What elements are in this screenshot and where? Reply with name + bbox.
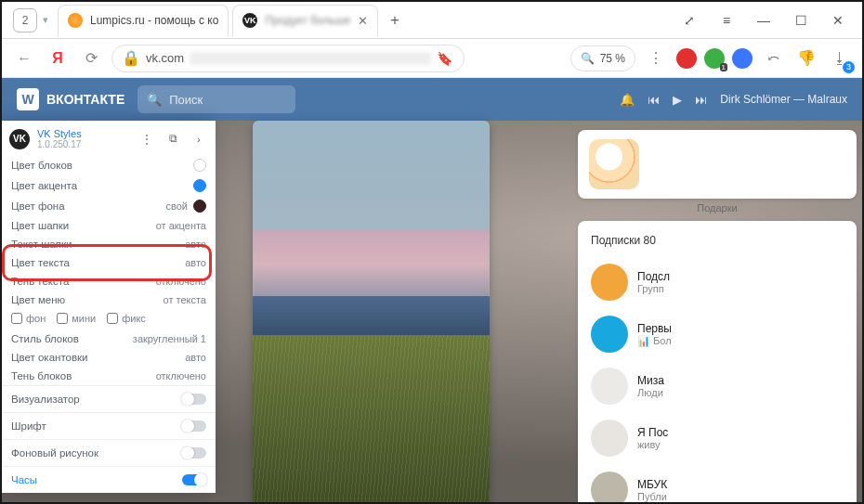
sub-subtitle: Публи	[637, 491, 667, 502]
notifications-icon[interactable]: 🔔	[620, 93, 635, 107]
setting-label: Цвет шапки	[11, 220, 69, 231]
prev-track-icon[interactable]: ⏮	[648, 93, 660, 107]
close-tab-icon[interactable]: ✕	[358, 14, 368, 28]
subscription-item[interactable]: Первы📊 Бол	[589, 308, 845, 360]
setting-row[interactable]: Цвет шапкиот акцента	[2, 216, 216, 235]
url-host: vk.com	[146, 51, 184, 65]
vk-search-input[interactable]: 🔍 Поиск	[137, 85, 295, 113]
ext-shield-icon[interactable]: 1	[704, 48, 725, 69]
browser-tab-active[interactable]: VK Продукт больше ✕	[232, 5, 378, 36]
menu-icon[interactable]: ≡	[708, 2, 745, 39]
ext-logo-icon: VK	[9, 129, 30, 149]
setting-label: Тень текста	[11, 276, 69, 287]
toggle-switch[interactable]	[182, 420, 206, 432]
subscriptions-header[interactable]: Подписки 80	[589, 230, 845, 256]
setting-row[interactable]: Тень блоковотключено	[2, 367, 216, 385]
back-icon[interactable]: ←	[11, 45, 37, 71]
kebab-icon[interactable]: ⋮	[643, 45, 669, 71]
bookmark-icon[interactable]: 🔖	[437, 51, 452, 66]
setting-value: свой	[166, 200, 188, 212]
vk-logo[interactable]: W ВКОНТАКТЕ	[17, 88, 124, 110]
setting-value: от акцента	[156, 220, 206, 231]
checkbox-row: фон мини фикс	[2, 309, 216, 330]
check-bg[interactable]: фон	[11, 313, 46, 324]
section-toggle[interactable]: Часы	[2, 466, 216, 493]
search-icon: 🔍	[147, 93, 162, 107]
favicon-icon	[68, 13, 83, 28]
section-label: Часы	[11, 474, 37, 485]
setting-row[interactable]: Цвет менюот текста	[2, 291, 216, 309]
toggle-switch[interactable]	[182, 394, 206, 405]
popup-next-icon[interactable]: ›	[190, 134, 208, 145]
window-titlebar: 2 ▾ Lumpics.ru - помощь с ко VK Продукт …	[2, 2, 862, 39]
gifts-card[interactable]	[578, 130, 857, 199]
section-label: Визуализатор	[11, 394, 80, 405]
sub-subtitle: 📊 Бол	[637, 335, 672, 347]
setting-label: Текст шапки	[11, 239, 72, 250]
subscription-item[interactable]: МизаЛюди	[589, 360, 845, 412]
setting-label: Тень блоков	[11, 370, 72, 381]
next-track-icon[interactable]: ⏭	[695, 93, 707, 107]
zoom-pill[interactable]: 🔍 75 %	[570, 45, 635, 71]
section-label: Фоновый рисунок	[11, 447, 98, 459]
avatar	[591, 368, 628, 405]
setting-row[interactable]: Цвет текстаавто	[2, 253, 216, 272]
subscription-item[interactable]: ПодслГрупп	[589, 256, 845, 308]
yandex-icon[interactable]: Я	[45, 45, 71, 71]
tabcount-caret-icon: ▾	[43, 14, 48, 26]
feed-photo[interactable]	[253, 121, 490, 502]
setting-row[interactable]: Цвет фонасвой	[2, 196, 216, 216]
setting-row[interactable]: Стиль блоковзакругленный 1	[2, 330, 216, 348]
ext-version: 1.0.250.17	[37, 139, 82, 149]
sub-title: Первы	[637, 322, 672, 335]
section-toggle[interactable]: Визуализатор	[2, 385, 216, 412]
browser-toolbar: ← Я ⟳ 🔒 vk.com 🔖 🔍 75 % ⋮ 1 ⤺ 👎 ⭳3	[2, 39, 862, 78]
setting-row[interactable]: Цвет акцента	[2, 175, 216, 196]
setting-label: Цвет меню	[11, 294, 65, 305]
address-bar[interactable]: 🔒 vk.com 🔖	[111, 45, 465, 72]
check-mini[interactable]: мини	[57, 313, 96, 324]
gift-image	[589, 139, 639, 189]
url-rest-blurred	[190, 52, 431, 65]
setting-row[interactable]: Тень текстаотключено	[2, 272, 216, 291]
gifts-label[interactable]: Подарки	[578, 202, 857, 213]
sub-subtitle: Люди	[637, 387, 664, 398]
color-swatch-icon	[193, 200, 206, 213]
window-close-icon[interactable]: ✕	[819, 2, 857, 39]
setting-label: Стиль блоков	[11, 333, 79, 344]
avatar	[591, 472, 628, 502]
ext-generic-icon[interactable]	[732, 48, 753, 69]
feedback-icon[interactable]: 👎	[793, 45, 819, 71]
window-maximize-icon[interactable]: ☐	[782, 2, 819, 39]
setting-row[interactable]: Цвет окантовкиавто	[2, 348, 216, 367]
sub-subtitle: Групп	[637, 283, 670, 294]
content-area: W ВКОНТАКТЕ 🔍 Поиск 🔔 ⏮ ▶ ⏭ Dirk Schlöme…	[2, 78, 862, 502]
check-fix[interactable]: фикс	[107, 313, 146, 324]
setting-row[interactable]: Цвет блоков	[2, 155, 216, 175]
browser-tab[interactable]: Lumpics.ru - помощь с ко	[58, 5, 229, 36]
section-label: Шрифт	[11, 420, 46, 432]
window-minimize-icon[interactable]: —	[745, 2, 782, 39]
ext-adblock-icon[interactable]	[676, 48, 697, 69]
popup-copy-icon[interactable]: ⧉	[164, 133, 182, 145]
toggle-switch[interactable]	[182, 474, 206, 485]
tab-title: Lumpics.ru - помощь с ко	[90, 14, 218, 27]
vk-media-bar: 🔔 ⏮ ▶ ⏭ Dirk Schlömer — Malraux	[620, 93, 847, 107]
setting-row[interactable]: Текст шапкиавто	[2, 235, 216, 253]
subscription-item[interactable]: Я Посживу	[589, 412, 845, 464]
section-toggle[interactable]: Шрифт	[2, 412, 216, 439]
popup-menu-icon[interactable]: ⋮	[137, 133, 156, 146]
toggle-switch[interactable]	[182, 447, 206, 459]
subscription-item[interactable]: МБУКПубли	[589, 464, 845, 502]
downloads-icon[interactable]: ⭳3	[827, 45, 853, 71]
setting-label: Цвет блоков	[11, 160, 72, 171]
new-tab-button[interactable]: +	[382, 7, 408, 33]
reload-icon[interactable]: ⟳	[78, 45, 104, 71]
tab-count-button[interactable]: 2	[13, 8, 37, 32]
avatar	[591, 420, 628, 457]
reader-icon[interactable]: ⤢	[671, 2, 708, 39]
setting-value: авто	[185, 352, 206, 363]
play-icon[interactable]: ▶	[673, 93, 682, 107]
section-toggle[interactable]: Фоновый рисунок	[2, 439, 216, 466]
translate-icon[interactable]: ⤺	[760, 45, 786, 71]
